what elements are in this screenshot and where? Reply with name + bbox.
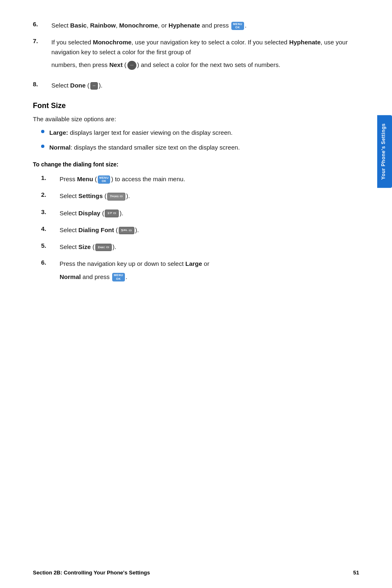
settings-icon: 7PGRS ▭ bbox=[107, 193, 125, 200]
font-step-4: 4. Select Dialing Font (5JKL ▭). bbox=[41, 225, 359, 235]
bullet-dot-1 bbox=[41, 130, 44, 133]
page-footer: Section 2B: Controlling Your Phone's Set… bbox=[33, 570, 359, 576]
bullet-dot-2 bbox=[41, 145, 44, 148]
menu-ok-icon-1: MENUOK bbox=[231, 22, 244, 30]
font-step-6-content: Press the navigation key up or down to s… bbox=[60, 259, 359, 285]
font-size-heading: Font Size bbox=[33, 101, 359, 110]
font-step-2-content: Select Settings (7PGRS ▭). bbox=[60, 191, 359, 201]
step-7-para1: If you selected Monochrome, use your nav… bbox=[51, 37, 359, 57]
font-step-6-line1: Press the navigation key up or down to s… bbox=[60, 259, 359, 268]
font-step-1-number: 1. bbox=[41, 174, 58, 181]
font-step-5-content: Select Size (2ABC ▭). bbox=[60, 242, 359, 251]
font-size-steps: 1. Press Menu (MENUOK) to access the mai… bbox=[41, 174, 359, 285]
step-6-text: Select Basic, Rainbow, Monochrome, or Hy… bbox=[51, 22, 247, 29]
font-step-4-content: Select Dialing Font (5JKL ▭). bbox=[60, 225, 359, 235]
page-container: Your Phone's Settings 6. Select Basic, R… bbox=[0, 0, 392, 588]
menu-ok-icon-3: MENUOK bbox=[112, 273, 125, 281]
size-icon: 2ABC ▭ bbox=[95, 244, 112, 251]
done-icon: ··· bbox=[90, 82, 98, 90]
step-7-number: 7. bbox=[33, 37, 49, 44]
step-6: 6. Select Basic, Rainbow, Monochrome, or… bbox=[33, 21, 359, 30]
font-step-3-number: 3. bbox=[41, 208, 58, 215]
font-step-4-number: 4. bbox=[41, 225, 58, 232]
font-step-1-content: Press Menu (MENUOK) to access the main m… bbox=[60, 174, 359, 184]
font-step-3-content: Select Display (1☞ ▭). bbox=[60, 208, 359, 218]
step-7: 7. If you selected Monochrome, use your … bbox=[33, 37, 359, 73]
bullet-normal-text: Normal: displays the standard smaller si… bbox=[49, 143, 240, 152]
bullet-large-text: Large: displays larger text for easier v… bbox=[49, 128, 233, 137]
dialing-font-icon: 5JKL ▭ bbox=[119, 227, 134, 234]
step-6-number: 6. bbox=[33, 21, 49, 28]
step-7-content: If you selected Monochrome, use your nav… bbox=[51, 37, 359, 73]
step-7-para2: numbers, then press Next () and select a… bbox=[51, 60, 359, 70]
bullet-large: Large: displays larger text for easier v… bbox=[41, 128, 359, 137]
font-step-6-line2: Normal and press MENUOK. bbox=[60, 272, 359, 281]
footer-section-text: Section 2B: Controlling Your Phone's Set… bbox=[33, 570, 150, 576]
display-icon: 1☞ ▭ bbox=[105, 210, 119, 217]
step-8-text: Select Done (···). bbox=[51, 82, 102, 89]
font-step-5: 5. Select Size (2ABC ▭). bbox=[41, 242, 359, 251]
step-6-content: Select Basic, Rainbow, Monochrome, or Hy… bbox=[51, 21, 359, 30]
side-tab: Your Phone's Settings bbox=[377, 115, 392, 188]
font-step-2: 2. Select Settings (7PGRS ▭). bbox=[41, 191, 359, 201]
font-size-bullets: Large: displays larger text for easier v… bbox=[41, 128, 359, 152]
font-size-intro: The available size options are: bbox=[33, 114, 359, 124]
step-8: 8. Select Done (···). bbox=[33, 81, 359, 90]
font-step-2-number: 2. bbox=[41, 191, 58, 198]
step-8-content: Select Done (···). bbox=[51, 81, 359, 90]
font-step-1: 1. Press Menu (MENUOK) to access the mai… bbox=[41, 174, 359, 184]
footer-page-number: 51 bbox=[353, 570, 359, 576]
step-8-number: 8. bbox=[33, 81, 49, 88]
menu-ok-icon-2: MENUOK bbox=[98, 175, 111, 184]
font-step-6: 6. Press the navigation key up or down t… bbox=[41, 259, 359, 285]
font-step-3: 3. Select Display (1☞ ▭). bbox=[41, 208, 359, 218]
bullet-normal: Normal: displays the standard smaller si… bbox=[41, 143, 359, 152]
font-step-5-number: 5. bbox=[41, 242, 58, 249]
font-step-6-number: 6. bbox=[41, 259, 58, 266]
next-nav-icon bbox=[127, 61, 136, 70]
to-change-heading: To change the dialing font size: bbox=[33, 161, 359, 168]
